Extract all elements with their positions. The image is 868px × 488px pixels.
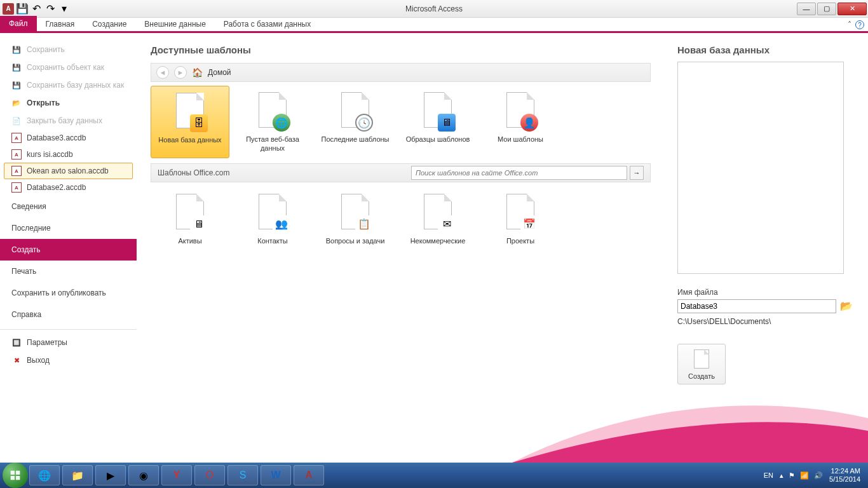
sidebar-save-label: Сохранить	[27, 45, 65, 54]
template-recent[interactable]: 🕓 Последние шаблоны	[316, 86, 395, 158]
globe-badge-icon: 🌐	[273, 114, 290, 132]
tab-file[interactable]: Файл	[0, 16, 37, 31]
taskbar-opera-icon[interactable]: O	[194, 465, 225, 485]
document-icon	[694, 349, 709, 369]
tray-language[interactable]: EN	[764, 471, 773, 479]
create-button-label: Создать	[681, 372, 722, 380]
close-button[interactable]: ✕	[837, 3, 867, 15]
user-badge-icon: 👤	[520, 114, 538, 132]
template-contacts[interactable]: 👥 Контакты	[233, 187, 312, 251]
sidebar-print[interactable]: Печать	[0, 261, 137, 282]
template-search-input[interactable]	[411, 166, 627, 180]
accdb-file-icon: A	[11, 166, 22, 176]
options-icon: 🔲	[11, 337, 22, 348]
tab-external-data[interactable]: Внешние данные	[135, 17, 215, 31]
sidebar-info[interactable]: Сведения	[0, 196, 137, 217]
save-path: C:\Users\DELL\Documents\	[677, 317, 855, 326]
browse-folder-button[interactable]: 📂	[840, 300, 853, 313]
template-nonprofit-label: Некоммерческие	[401, 237, 475, 246]
sidebar-save[interactable]: 💾Сохранить	[0, 41, 137, 58]
template-blank-db[interactable]: 🗄 Новая база данных	[151, 86, 229, 158]
ribbon-tabs: Файл Главная Создание Внешние данные Раб…	[0, 18, 868, 33]
redo-icon[interactable]: ↷	[44, 3, 56, 15]
taskbar-access-icon[interactable]: A	[294, 465, 324, 485]
window-controls: — ▢ ✕	[797, 3, 868, 15]
taskbar: 🌐 📁 ▶ ◉ Y O S W A EN ▴ ⚑ 📶 🔊 12:24 AM 5/…	[0, 463, 868, 488]
tray-clock-time[interactable]: 12:24 AM	[829, 467, 860, 475]
sidebar-recent-label: Последние	[11, 224, 51, 233]
minimize-button[interactable]: —	[797, 3, 816, 15]
qat-dropdown-icon[interactable]: ▾	[58, 3, 70, 15]
template-assets[interactable]: 🖥 Активы	[151, 187, 229, 251]
backstage-view: 💾Сохранить 💾Сохранить объект как 💾Сохран…	[0, 33, 868, 461]
templates-row-office: 🖥 Активы 👥 Контакты 📋 Вопросы и задачи ✉…	[151, 187, 651, 251]
taskbar-yandex-icon[interactable]: Y	[161, 465, 192, 485]
template-recent-label: Последние шаблоны	[318, 135, 392, 144]
taskbar-ie-icon[interactable]: 🌐	[29, 465, 60, 485]
taskbar-word-icon[interactable]: W	[261, 465, 291, 485]
sidebar-exit-label: Выход	[27, 356, 50, 365]
home-icon[interactable]: 🏠	[192, 67, 203, 78]
sidebar-save-publish-label: Сохранить и опубликовать	[11, 288, 106, 297]
start-button[interactable]	[3, 463, 28, 488]
templates-panel: Доступные шаблоны ◄ ► 🏠 Домой 🗄 Новая ба…	[137, 33, 665, 461]
taskbar-skype-icon[interactable]: S	[227, 465, 258, 485]
sidebar-options[interactable]: 🔲Параметры	[0, 334, 137, 351]
sidebar-separator	[0, 329, 137, 330]
quick-access-toolbar: A 💾 ↶ ↷ ▾	[0, 3, 70, 15]
accdb-file-icon: A	[11, 149, 22, 159]
nav-back-icon[interactable]: ◄	[156, 66, 169, 79]
sidebar-save-object-as-label: Сохранить объект как	[27, 63, 104, 72]
tab-create[interactable]: Создание	[83, 17, 135, 31]
template-blank-web-db[interactable]: 🌐 Пустая веб-база данных	[233, 86, 312, 158]
tray-flag-icon[interactable]: ⚑	[789, 471, 795, 480]
sidebar-recent[interactable]: Последние	[0, 217, 137, 239]
sidebar-create[interactable]: Создать	[0, 239, 137, 261]
sidebar-open[interactable]: 📂Открыть	[0, 94, 137, 112]
save-icon: 💾	[11, 44, 22, 55]
create-database-button[interactable]: Создать	[677, 344, 726, 384]
template-issues[interactable]: 📋 Вопросы и задачи	[316, 187, 395, 251]
maximize-button[interactable]: ▢	[817, 3, 836, 15]
taskbar-media-icon[interactable]: ▶	[95, 465, 126, 485]
recent-file-1[interactable]: Akurs isi.accdb	[0, 146, 137, 163]
sidebar-exit[interactable]: ✖Выход	[0, 351, 137, 369]
template-nonprofit[interactable]: ✉ Некоммерческие	[398, 187, 477, 251]
recent-file-2[interactable]: AOkean avto salon.accdb	[4, 163, 133, 179]
accdb-file-icon: A	[11, 182, 22, 193]
recent-file-0[interactable]: ADatabase3.accdb	[0, 130, 137, 146]
recent-file-3[interactable]: ADatabase2.accdb	[0, 179, 137, 196]
ribbon-minimize-icon[interactable]: ˄	[848, 20, 851, 29]
template-my-templates-label: Мои шаблоны	[484, 135, 557, 144]
save-icon[interactable]: 💾	[17, 3, 28, 15]
sidebar-close-db[interactable]: 📄Закрыть базу данных	[0, 112, 137, 130]
tray-network-icon[interactable]: 📶	[800, 471, 809, 480]
database-badge-icon: 🗄	[190, 114, 208, 132]
template-my-templates[interactable]: 👤 Мои шаблоны	[481, 86, 560, 158]
sidebar-create-label: Создать	[11, 245, 41, 254]
tray-volume-icon[interactable]: 🔊	[814, 471, 823, 480]
template-blank-web-db-label: Пустая веб-база данных	[236, 135, 309, 153]
sidebar-save-publish[interactable]: Сохранить и опубликовать	[0, 282, 137, 304]
nav-forward-icon[interactable]: ►	[174, 66, 187, 79]
sidebar-save-object-as[interactable]: 💾Сохранить объект как	[0, 58, 137, 76]
taskbar-chrome-icon[interactable]: ◉	[128, 465, 159, 485]
tab-database-tools[interactable]: Работа с базами данных	[215, 17, 320, 31]
breadcrumb-home[interactable]: Домой	[208, 68, 231, 77]
taskbar-explorer-icon[interactable]: 📁	[62, 465, 93, 485]
undo-icon[interactable]: ↶	[31, 3, 42, 15]
recent-file-3-label: Database2.accdb	[27, 183, 86, 192]
sidebar-save-db-as[interactable]: 💾Сохранить базу данных как	[0, 76, 137, 94]
template-contacts-label: Контакты	[236, 237, 309, 246]
template-projects[interactable]: 📅 Проекты	[481, 187, 560, 251]
tray-up-icon[interactable]: ▴	[780, 471, 783, 480]
filename-input[interactable]	[677, 299, 836, 313]
office-templates-bar: Шаблоны Office.com →	[151, 163, 651, 182]
template-samples[interactable]: 🖥 Образцы шаблонов	[398, 86, 477, 158]
sidebar-options-label: Параметры	[27, 338, 67, 347]
template-search-go-button[interactable]: →	[630, 166, 644, 180]
tray-clock-date[interactable]: 5/15/2014	[829, 475, 860, 484]
sidebar-help[interactable]: Справка	[0, 304, 137, 325]
help-icon[interactable]: ?	[855, 20, 864, 29]
tab-home[interactable]: Главная	[37, 17, 84, 31]
